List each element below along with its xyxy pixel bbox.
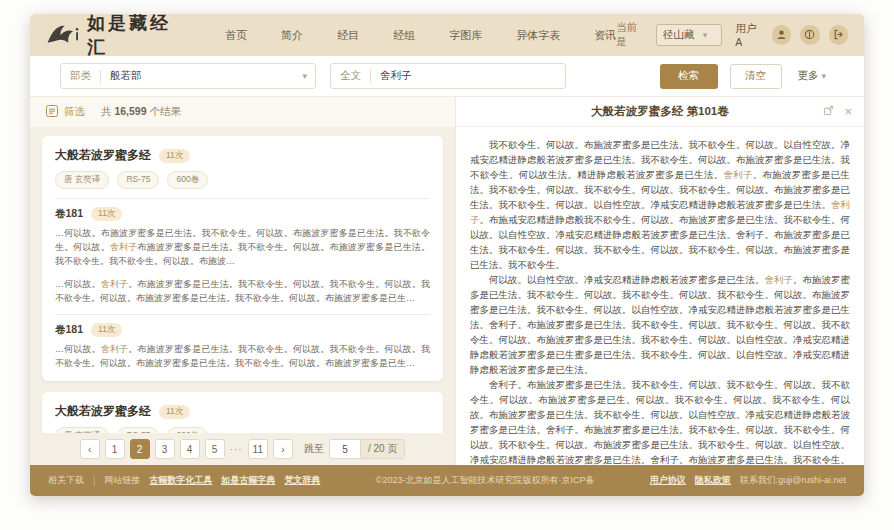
jump-to-label: 跳至 xyxy=(304,442,324,456)
category-select[interactable]: 部类 般若部 ▾ xyxy=(60,63,316,89)
sutra-title[interactable]: 大般若波罗蜜多经 xyxy=(55,403,151,420)
match-count-badge: 11次 xyxy=(159,149,190,163)
match-count-badge: 11次 xyxy=(91,323,122,337)
reader-tools: × xyxy=(823,97,852,126)
match-snippet[interactable]: …何以故。布施波罗蜜多是已生法。我不欲令生。何以故。布施波罗蜜多是已生法。我不欲… xyxy=(55,226,430,268)
coin-button[interactable] xyxy=(800,25,819,45)
nav-item-intro[interactable]: 简介 xyxy=(281,28,303,43)
match-count-badge: 11次 xyxy=(91,207,122,221)
nav-item-catalog[interactable]: 经目 xyxy=(337,28,359,43)
count-suffix: 个结果 xyxy=(149,105,181,117)
chevron-down-icon: ▾ xyxy=(703,30,716,40)
contact-email: 联系我们:guji@rushi-ai.net xyxy=(740,474,846,487)
page-button-2-active[interactable]: 2 xyxy=(130,439,150,459)
nav-item-home[interactable]: 首页 xyxy=(225,28,247,43)
page-button-1[interactable]: 1 xyxy=(105,439,125,459)
ink-brush-logo-icon xyxy=(46,21,80,50)
expand-icon xyxy=(823,105,834,118)
prev-page-button[interactable]: ‹ xyxy=(80,439,100,459)
card-header: 大般若波罗蜜多经 11次 xyxy=(55,147,430,164)
chevron-down-icon: ▾ xyxy=(821,71,834,81)
canon-select[interactable]: 径山藏 ▾ xyxy=(656,24,723,46)
copyright-text: ©2023-北京如是人工智能技术研究院版权所有·京ICP备 xyxy=(320,474,649,487)
page-button-3[interactable]: 3 xyxy=(155,439,175,459)
fulltext-input[interactable] xyxy=(371,70,565,82)
close-icon: × xyxy=(844,105,852,118)
reader-header: 大般若波罗蜜多经 第101卷 × xyxy=(456,97,864,127)
pagination-ellipsis: ··· xyxy=(230,444,243,455)
page-button-last[interactable]: 11 xyxy=(248,439,268,459)
reader-body[interactable]: 我不欲令生。何以故。布施波罗蜜多是已生法。我不欲令生。何以故。以自性空故。净戒安… xyxy=(456,127,864,465)
site-links-label: 网站链接 xyxy=(104,474,140,487)
nav-item-variant-table[interactable]: 异体字表 xyxy=(516,28,560,43)
footer-right: 用户协议 隐私政策 联系我们:guji@rushi-ai.net xyxy=(650,474,846,487)
count-prefix: 共 xyxy=(101,105,112,117)
match-section: 卷181 11次 …何以故。舍利子。布施波罗蜜多是已生法。我不欲令生。何以故。我… xyxy=(55,314,430,370)
main-nav: 首页 简介 经目 经组 字图库 异体字表 资讯 xyxy=(225,28,616,43)
nav-item-news[interactable]: 资讯 xyxy=(594,28,616,43)
nav-item-groups[interactable]: 经组 xyxy=(393,28,415,43)
nav-item-glyph-library[interactable]: 字图库 xyxy=(449,28,482,43)
app-window: 如是藏经汇 首页 简介 经目 经组 字图库 异体字表 资讯 当前是 径山藏 ▾ … xyxy=(30,14,864,496)
clear-button[interactable]: 清空 xyxy=(730,64,782,89)
user-profile-button[interactable] xyxy=(772,25,791,45)
open-full-view-button[interactable] xyxy=(823,105,834,118)
fulltext-field: 全文 xyxy=(330,63,566,89)
canon-select-value: 径山藏 xyxy=(663,28,695,42)
fulltext-label: 全文 xyxy=(331,69,370,83)
brand-logo[interactable]: 如是藏经汇 xyxy=(46,14,189,59)
result-count: 共 16,599 个结果 xyxy=(101,105,181,119)
related-downloads-link[interactable]: 相关下载 xyxy=(48,474,84,487)
result-card-list[interactable]: 大般若波罗蜜多经 11次 唐 玄奘译 RS-75 600卷 卷181 11次 …… xyxy=(30,127,455,433)
tag-translator: 唐 玄奘译 xyxy=(55,171,109,189)
privacy-policy-link[interactable]: 隐私政策 xyxy=(695,474,731,487)
site-title: 如是藏经汇 xyxy=(87,14,189,59)
match-count-badge: 11次 xyxy=(159,405,190,419)
top-right-controls: 当前是 径山藏 ▾ 用户A xyxy=(616,21,848,49)
match-snippet[interactable]: …何以故。舍利子。布施波罗蜜多是已生法。我不欲令生。何以故。我不欲令生。何以故。… xyxy=(55,277,430,305)
footer: 相关下载 | 网站链接 古籍数字化工具 如是古籍字典 梵文辞典 ©2023-北京… xyxy=(30,465,864,496)
content-area: 筛选 共 16,599 个结果 大般若波罗蜜多经 11次 唐 玄奘译 RS xyxy=(30,96,864,465)
search-actions: 检索 清空 更多 ▾ xyxy=(660,64,834,89)
volume-label[interactable]: 卷181 xyxy=(55,207,83,221)
reader-panel: 大般若波罗蜜多经 第101卷 × 我不欲令生。何以故。布施波罗蜜多是已生法。我不… xyxy=(455,97,864,465)
card-header: 大般若波罗蜜多经 11次 xyxy=(55,403,430,420)
current-canon-label: 当前是 xyxy=(616,21,647,49)
more-button[interactable]: 更多 ▾ xyxy=(798,69,834,83)
volume-label[interactable]: 卷181 xyxy=(55,323,83,337)
page-button-5[interactable]: 5 xyxy=(205,439,225,459)
ancient-dictionary-link[interactable]: 如是古籍字典 xyxy=(221,474,275,487)
username-label: 用户A xyxy=(735,22,762,48)
logout-icon xyxy=(833,29,844,42)
tag-row: 唐 玄奘译 RS-75 600卷 xyxy=(55,171,430,189)
total-pages-label: / 20 页 xyxy=(360,440,404,458)
search-button[interactable]: 检索 xyxy=(660,64,718,89)
result-card: 大般若波罗蜜多经 11次 唐 玄奘译 RS-75 600卷 卷181 11次 …… xyxy=(42,136,443,381)
jump-page-input[interactable] xyxy=(330,440,360,458)
sutra-paragraph: 何以故。以自性空故。净戒安忍精进静虑般若波罗蜜多是已生法。舍利子。布施波罗蜜多是… xyxy=(470,272,850,377)
user-agreement-link[interactable]: 用户协议 xyxy=(650,474,686,487)
match-snippet[interactable]: …何以故。舍利子。布施波罗蜜多是已生法。我不欲令生。何以故。我不欲令生。何以故。… xyxy=(55,342,430,370)
category-value: 般若部 xyxy=(101,69,302,83)
volume-row: 卷181 11次 xyxy=(55,323,430,337)
page-button-4[interactable]: 4 xyxy=(180,439,200,459)
top-bar: 如是藏经汇 首页 简介 经目 经组 字图库 异体字表 资讯 当前是 径山藏 ▾ … xyxy=(30,14,864,56)
footer-separator: | xyxy=(93,476,95,486)
search-bar: 部类 般若部 ▾ 全文 检索 清空 更多 ▾ xyxy=(30,56,864,96)
results-panel: 筛选 共 16,599 个结果 大般若波罗蜜多经 11次 唐 玄奘译 RS xyxy=(30,97,455,465)
close-reader-button[interactable]: × xyxy=(844,105,852,118)
count-value: 16,599 xyxy=(114,105,146,117)
reader-title: 大般若波罗蜜多经 第101卷 xyxy=(591,104,728,119)
more-label: 更多 xyxy=(798,69,819,81)
filter-row: 筛选 共 16,599 个结果 xyxy=(30,97,455,127)
digitization-tool-link[interactable]: 古籍数字化工具 xyxy=(149,474,212,487)
jump-group: / 20 页 xyxy=(329,439,405,459)
filter-icon[interactable] xyxy=(46,105,58,119)
filter-toggle[interactable]: 筛选 xyxy=(64,105,85,119)
chevron-down-icon: ▾ xyxy=(302,71,315,81)
pagination: ‹ 1 2 3 4 5 ··· 11 › 跳至 / 20 页 xyxy=(30,433,455,465)
sutra-title[interactable]: 大般若波罗蜜多经 xyxy=(55,147,151,164)
next-page-button[interactable]: › xyxy=(273,439,293,459)
sanskrit-dictionary-link[interactable]: 梵文辞典 xyxy=(284,474,320,487)
logout-button[interactable] xyxy=(829,25,848,45)
